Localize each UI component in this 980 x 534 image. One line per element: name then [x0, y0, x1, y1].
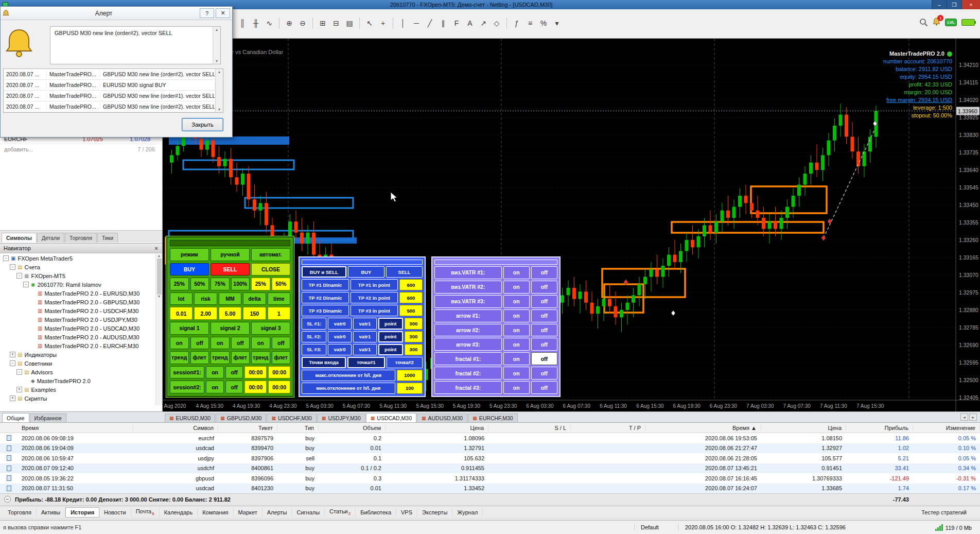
tree-item[interactable]: -▦FXOpen-MT5 [0, 271, 155, 280]
history-header-cell[interactable]: Цена [761, 425, 846, 431]
tree-item[interactable]: ▥MasterTradePRO 2.0 - EURUSD,M30 [0, 289, 155, 298]
panel-button[interactable]: off [531, 352, 557, 365]
history-header-cell[interactable]: Время [18, 425, 133, 431]
panel-button[interactable]: off [231, 337, 250, 350]
panel-button[interactable]: Точки входа [302, 357, 346, 368]
panel-button[interactable]: 5.00 [219, 307, 241, 320]
panel-button[interactable]: тренд [170, 351, 189, 364]
panel-button[interactable]: vatr0 [328, 331, 352, 342]
panel-button[interactable]: arrow #3: [434, 338, 502, 351]
panel-button[interactable]: on [503, 367, 530, 380]
panel-button[interactable]: arrow #1: [434, 309, 502, 322]
panel-button[interactable]: 600 [399, 279, 423, 290]
message-scrollbar[interactable]: ▲ ▼ [213, 27, 220, 64]
panel-button[interactable]: on [503, 309, 530, 322]
history-header-cell[interactable]: Тикет [218, 425, 277, 431]
close-icon[interactable]: ✕ [154, 246, 159, 251]
bottom-tab[interactable]: История [65, 507, 99, 518]
bottom-tab[interactable]: Компания [198, 508, 233, 517]
panel-button[interactable]: 300 [405, 318, 423, 329]
cascade-windows-icon[interactable]: ⊟ [329, 16, 343, 30]
market-watch-tab[interactable]: Детали [37, 233, 64, 243]
bottom-tab[interactable]: Новости [99, 508, 131, 517]
panel-button[interactable]: BUY [170, 263, 209, 276]
alert-close-icon[interactable]: ✕ [216, 8, 230, 18]
candles-chart-icon[interactable]: ╫ [249, 16, 262, 30]
panel-button[interactable]: TP #3 in point [351, 305, 398, 316]
panel-button[interactable]: delta [243, 292, 266, 305]
panel-button[interactable]: 1000 [397, 370, 423, 381]
chart-tab[interactable]: ▦GBPUSD,M30 [216, 414, 266, 422]
bottom-tab[interactable]: Эксперты [417, 508, 452, 517]
panel-button[interactable]: off [225, 381, 243, 393]
panel-button[interactable]: on [503, 295, 530, 308]
history-header-cell[interactable]: Время ▲ [645, 425, 761, 431]
panel-button[interactable]: TP #1 in point [351, 279, 398, 290]
cursor-icon[interactable]: ↖ [363, 16, 376, 30]
chart-tab[interactable]: ▦USDCHF,M30 [267, 414, 316, 422]
panel-button[interactable]: off [531, 281, 557, 294]
panel-button[interactable]: signal 1 [170, 322, 209, 335]
fibonacci-icon[interactable]: F [450, 16, 463, 30]
panel-button[interactable]: TP #2 in point [351, 292, 398, 303]
panel-button[interactable]: CLOSE [251, 263, 290, 276]
history-header-cell[interactable]: Прибыль [846, 425, 913, 431]
market-watch-tab[interactable]: Тики [97, 233, 118, 243]
panel-button[interactable]: session#1: [170, 366, 204, 379]
history-row[interactable]: 2020.08.06 10:59:47usdjpy8397906sell0.11… [0, 453, 980, 463]
panel-button[interactable]: vatr0 [328, 318, 352, 329]
bottom-tab[interactable]: Календарь [160, 508, 198, 517]
scroll-down-icon[interactable]: ▼ [215, 59, 219, 63]
bottom-tab[interactable]: Алерты [262, 508, 292, 517]
tile-windows-icon[interactable]: ⊞ [316, 16, 329, 30]
collapse-icon[interactable]: - [16, 273, 22, 279]
history-header-cell[interactable]: Изменение [913, 425, 980, 431]
scroll-up-icon[interactable]: ▲ [215, 28, 219, 31]
panel-button[interactable]: 150 [243, 307, 266, 320]
panel-button[interactable]: on [251, 337, 270, 350]
history-row[interactable]: 2020.08.05 19:36:22gbpusd8396096buy0.31.… [0, 473, 980, 484]
panel-button[interactable]: fractal #1: [434, 352, 502, 365]
bottom-tab[interactable]: Библиотека [356, 508, 396, 517]
collapse-icon[interactable]: - [16, 369, 22, 375]
panel-button[interactable]: автомат. [251, 248, 290, 261]
navigator-scrollbar[interactable]: ▲ ▼ [155, 254, 162, 405]
panel-button[interactable]: SL #1: [302, 318, 326, 329]
panel-titlebar[interactable] [434, 260, 557, 265]
scroll-up-icon[interactable]: ▲ [157, 254, 161, 257]
panel-button[interactable]: 00:00 [268, 366, 290, 379]
panel-button[interactable]: point [378, 318, 403, 329]
channel-icon[interactable]: ∥ [436, 16, 450, 30]
panel-button[interactable]: on [503, 338, 530, 351]
tree-item[interactable]: ▥MasterTradePRO 2.0 - USDCHF,M30 [0, 306, 155, 315]
panel-button[interactable]: 50% [190, 278, 209, 290]
panel-button[interactable]: fractal #2: [434, 367, 502, 380]
history-header-cell[interactable]: Тип [277, 425, 319, 431]
panel-button[interactable]: виз.VATR #3: [434, 295, 502, 308]
lvl-badge[interactable]: LVL [945, 19, 957, 26]
panel-button[interactable]: point [378, 344, 403, 355]
panel-button[interactable]: BUY и SELL [302, 266, 346, 278]
panel-button[interactable]: TP #1 Dinamic [302, 279, 349, 290]
panel-titlebar[interactable] [302, 260, 423, 265]
tabs-scroll-right-icon[interactable]: ▸ [969, 414, 977, 421]
chart-area[interactable]: 1.342101.341151.340201.339251.338301.337… [163, 39, 980, 411]
expand-icon[interactable]: + [10, 352, 15, 357]
panel-button[interactable]: vatr1 [353, 318, 377, 329]
bottom-tab[interactable]: Сигналы [292, 508, 325, 517]
panel-button[interactable]: fractal #3: [434, 381, 502, 394]
alert-row[interactable]: 2020.08.07 ...MasterTradePRO...EURUSD M3… [4, 80, 215, 91]
bottom-tab[interactable]: Маркет [234, 508, 262, 517]
shapes-icon[interactable]: ◇ [490, 16, 503, 30]
panel-button[interactable]: 2.00 [194, 307, 217, 320]
history-header-cell[interactable]: T / P [571, 425, 645, 431]
arrange-windows-icon[interactable]: ▤ [343, 16, 356, 30]
market-watch-tab[interactable]: Символы [2, 233, 37, 243]
panel-button[interactable]: 600 [399, 292, 423, 303]
tabs-scroll-left-icon[interactable]: ◂ [960, 414, 968, 421]
history-row[interactable]: 2020.08.07 11:31:50usdcad8401230buy0.011… [0, 484, 980, 494]
panel-button[interactable]: 50% [272, 278, 291, 290]
panel-button[interactable]: тренд [251, 351, 270, 364]
panel-button[interactable]: BUY [348, 266, 384, 278]
add-symbol-label[interactable]: добавить... [0, 146, 33, 152]
